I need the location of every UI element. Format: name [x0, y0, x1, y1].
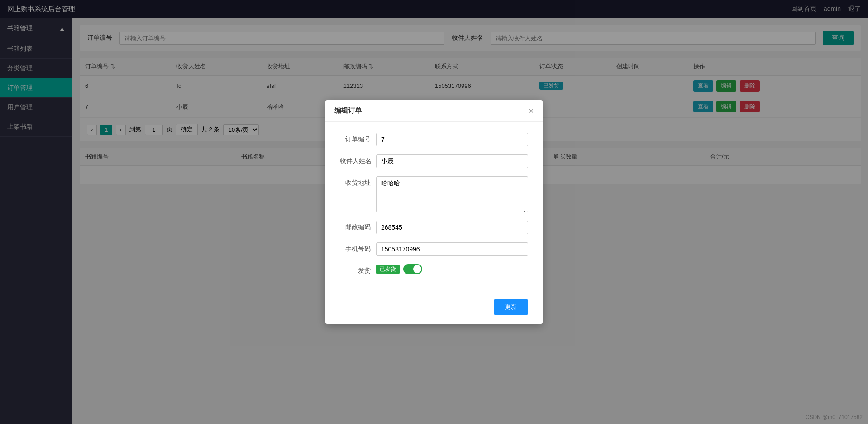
modal-order-no-input[interactable] — [376, 133, 528, 146]
update-button[interactable]: 更新 — [494, 299, 528, 315]
modal-order-no-label: 订单编号 — [340, 133, 376, 144]
modal-receiver-input[interactable] — [376, 154, 528, 168]
modal-receiver-label: 收件人姓名 — [340, 154, 376, 165]
modal-footer: 更新 — [325, 294, 543, 324]
form-row-order-no: 订单编号 — [340, 133, 528, 146]
modal-header: 编辑订单 × — [325, 100, 543, 122]
modal-phone-label: 手机号码 — [340, 242, 376, 253]
form-row-postcode: 邮政编码 — [340, 221, 528, 234]
modal-overlay[interactable]: 编辑订单 × 订单编号 收件人姓名 收货地址 邮政编码 — [0, 0, 868, 424]
ship-badge: 已发货 — [376, 265, 400, 274]
form-row-ship: 发货 已发货 — [340, 264, 528, 275]
modal-body: 订单编号 收件人姓名 收货地址 邮政编码 手机号码 — [325, 122, 543, 294]
modal-close-button[interactable]: × — [529, 107, 534, 115]
modal-ship-label: 发货 — [340, 264, 376, 275]
form-row-receiver: 收件人姓名 — [340, 154, 528, 168]
modal-title: 编辑订单 — [334, 106, 362, 115]
modal-address-textarea[interactable] — [376, 176, 528, 212]
form-row-phone: 手机号码 — [340, 242, 528, 256]
toggle-wrapper: 已发货 — [376, 264, 422, 274]
ship-toggle[interactable] — [403, 264, 422, 274]
edit-order-modal: 编辑订单 × 订单编号 收件人姓名 收货地址 邮政编码 — [325, 100, 543, 324]
form-row-address: 收货地址 — [340, 176, 528, 212]
modal-address-label: 收货地址 — [340, 176, 376, 187]
modal-phone-input[interactable] — [376, 242, 528, 256]
modal-postcode-label: 邮政编码 — [340, 221, 376, 231]
toggle-slider — [403, 264, 422, 274]
modal-postcode-input[interactable] — [376, 221, 528, 234]
